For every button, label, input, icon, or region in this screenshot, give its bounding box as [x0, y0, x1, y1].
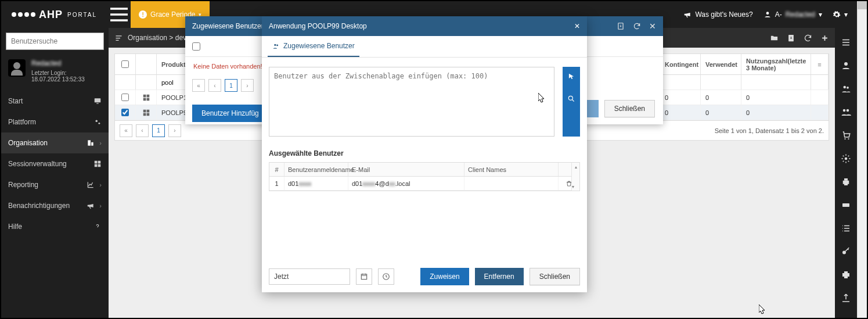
calendar-icon — [360, 273, 368, 281]
clock-icon — [382, 273, 390, 281]
tree-icon[interactable] — [114, 34, 123, 42]
list-icon[interactable] — [841, 37, 851, 48]
clock-button[interactable] — [378, 268, 394, 285]
user-icon[interactable] — [841, 60, 851, 71]
bullhorn-icon — [683, 10, 691, 19]
gear-icon[interactable] — [841, 153, 851, 164]
col-kontingent[interactable]: Kontingent — [660, 54, 701, 74]
scroll-track[interactable] — [858, 9, 867, 310]
dialog-title: Zugewiesene Benutzer — [192, 22, 264, 30]
refresh-icon[interactable] — [633, 22, 641, 30]
export-icon[interactable] — [787, 34, 795, 42]
plus-icon[interactable] — [820, 34, 829, 42]
user-search-input[interactable] — [6, 33, 104, 50]
numbered-list-icon[interactable] — [841, 223, 851, 234]
close-button[interactable]: Schließen — [530, 268, 580, 285]
date-input[interactable]: Jetzt — [269, 268, 350, 285]
users-icon[interactable] — [841, 84, 851, 94]
pager-first-button[interactable]: « — [120, 124, 132, 137]
close-icon[interactable]: ✕ — [649, 21, 656, 31]
svg-rect-27 — [146, 94, 149, 97]
pager-page[interactable]: 1 — [152, 124, 165, 137]
browser-scrollbar[interactable] — [857, 1, 867, 318]
sidebar-item-label: Reporting — [8, 181, 38, 189]
sidebar-item-organisation[interactable]: Organisation › — [1, 132, 109, 153]
chevron-right-icon: › — [99, 181, 102, 188]
sidebar-item-start[interactable]: Start — [1, 91, 109, 112]
table-scrollbar[interactable]: ▴ ▾ — [571, 163, 579, 191]
column-menu-icon[interactable]: ≡ — [811, 54, 829, 74]
warning-icon: ! — [139, 10, 147, 19]
select-all-checkbox[interactable] — [121, 60, 129, 68]
gear-icon — [833, 10, 841, 19]
col-client[interactable]: Client Names — [464, 163, 559, 176]
row-checkbox[interactable] — [121, 94, 129, 101]
printer-icon[interactable] — [841, 177, 851, 187]
svg-rect-38 — [361, 274, 366, 279]
pager-next-button[interactable]: › — [168, 124, 181, 137]
col-mail[interactable]: E-Mail — [348, 163, 464, 176]
dialog-footer: Jetzt Zuweisen Entfernen Schließen — [262, 261, 587, 292]
svg-point-18 — [845, 157, 848, 160]
scroll-up-icon[interactable] — [858, 1, 867, 9]
col-login[interactable]: Benutzeranmeldename — [284, 163, 348, 176]
cart-icon[interactable] — [841, 130, 851, 141]
table-row[interactable]: 1 d01xxxx d01xxxx4@dxx.local — [269, 177, 579, 191]
sidebar-item-help[interactable]: Hilfe — [1, 216, 109, 237]
assign-button[interactable]: Zuweisen — [420, 268, 469, 285]
news-button[interactable]: Was gibt's Neues? — [683, 10, 752, 19]
close-icon[interactable]: ✕ — [574, 22, 580, 30]
folder-icon[interactable] — [770, 34, 779, 42]
scroll-down-icon[interactable]: ▾ — [572, 182, 574, 191]
group-icon[interactable] — [841, 107, 851, 117]
sidebar-item-label: Hilfe — [8, 223, 22, 231]
settings-menu[interactable]: ▾ — [833, 10, 848, 19]
svg-point-24 — [842, 251, 846, 255]
svg-rect-9 — [95, 164, 98, 167]
avatar — [8, 59, 26, 77]
svg-point-35 — [274, 44, 276, 45]
add-user-button[interactable]: Benutzer Hinzufüg — [192, 105, 268, 122]
puzzle-icon[interactable] — [841, 270, 851, 280]
close-button[interactable]: Schließen — [604, 100, 655, 117]
drive-icon[interactable] — [841, 200, 851, 210]
col-verwendet[interactable]: Verwendet — [701, 54, 741, 74]
cursor-icon[interactable] — [567, 73, 575, 81]
svg-point-37 — [568, 96, 572, 100]
row-checkbox[interactable] — [121, 109, 129, 116]
remove-button[interactable]: Entfernen — [475, 268, 524, 285]
col-nutzung[interactable]: Nutzungszahl(letzte 3 Monate) — [741, 54, 811, 74]
export-icon[interactable] — [617, 22, 625, 30]
refresh-icon[interactable] — [804, 34, 812, 42]
key-icon[interactable] — [841, 246, 851, 257]
sidebar-item-session[interactable]: Sessionverwaltung — [1, 153, 109, 174]
upload-icon[interactable] — [841, 293, 851, 303]
user-menu[interactable]: A-Redacted ▾ — [763, 10, 822, 19]
svg-rect-20 — [844, 178, 848, 181]
pager-page[interactable]: 1 — [225, 79, 237, 92]
row-ver: 0 — [701, 90, 741, 105]
pager-next-button[interactable]: › — [241, 79, 254, 92]
svg-point-4 — [98, 123, 100, 124]
sidebar-item-reporting[interactable]: Reporting › — [1, 174, 109, 195]
scroll-up-icon[interactable]: ▴ — [572, 163, 579, 171]
svg-point-13 — [847, 87, 849, 89]
paste-users-input[interactable] — [269, 67, 554, 137]
svg-point-12 — [844, 86, 847, 89]
tab-assigned-users[interactable]: Zugewiesene Benutzer — [268, 36, 359, 57]
search-icon[interactable] — [567, 95, 575, 103]
calendar-button[interactable] — [356, 268, 372, 285]
pager-first-button[interactable]: « — [192, 79, 205, 92]
svg-point-0 — [766, 12, 769, 15]
select-all-checkbox[interactable] — [192, 42, 200, 51]
row-kont: 0 — [660, 105, 701, 120]
pager-prev-button[interactable]: ‹ — [208, 79, 221, 92]
svg-point-17 — [848, 138, 849, 139]
sidebar-item-plattform[interactable]: Plattform — [1, 112, 109, 132]
pager-prev-button[interactable]: ‹ — [136, 124, 149, 137]
gears-icon — [93, 118, 102, 126]
svg-rect-32 — [143, 113, 146, 116]
svg-rect-26 — [143, 94, 146, 97]
menu-toggle-icon[interactable] — [107, 1, 131, 28]
sidebar-item-notify[interactable]: Benachrichtigungen › — [1, 195, 109, 216]
